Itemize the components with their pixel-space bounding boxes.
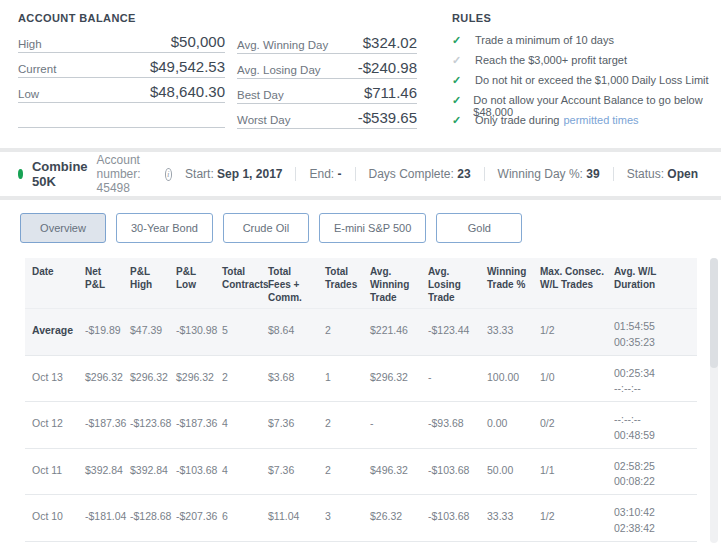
info-icon[interactable]: i — [165, 168, 172, 181]
table-row: Oct 12-$187.36-$123.68-$187.364$7.362--$… — [25, 402, 697, 449]
cell-value: -$103.68 — [421, 495, 480, 542]
cell-value: 0.00 — [480, 402, 533, 449]
cell-value: -$129.79 — [78, 541, 123, 549]
rules-title: RULES — [452, 12, 713, 24]
check-icon: ✓ — [452, 94, 464, 107]
duration-value: --:--:-- — [614, 381, 695, 397]
status-item: Winning Day %: 39 — [484, 167, 613, 181]
check-icon: ✓ — [452, 114, 466, 127]
column-header: Winning Trade % — [480, 258, 533, 309]
table-row: Oct 13$296.32$296.32$296.322$3.681$296.3… — [25, 355, 697, 402]
cell-value: 2 — [215, 355, 261, 402]
cell-value: 33.33 — [480, 309, 533, 356]
status-item-value: Sep 1, 2017 — [217, 167, 282, 181]
balance-value: $50,000 — [171, 33, 225, 50]
cell-value: $392.84 — [78, 448, 123, 495]
cell-duration: 03:10:4202:38:42 — [607, 495, 697, 542]
permitted-times-link[interactable]: permitted times — [563, 114, 638, 126]
cell-duration: 02:58:2100:37:40 — [607, 541, 697, 549]
daily-performance-table: DateNet P&LP&L HighP&L LowTotal Contract… — [25, 258, 697, 549]
cell-value: 1/2 — [533, 495, 607, 542]
cell-value: -$93.68 — [421, 402, 480, 449]
cell-value: $3.68 — [261, 355, 318, 402]
cell-value: 33.33 — [480, 541, 533, 549]
column-header: P&L High — [123, 258, 169, 309]
column-header: Total Contracts — [215, 258, 261, 309]
cell-value: 2 — [318, 448, 363, 495]
status-item: End: - — [295, 167, 354, 181]
column-header: Net P&L — [78, 258, 123, 309]
cell-value: $7.36 — [261, 448, 318, 495]
rule-text: Trade a minimum of 10 days — [475, 34, 614, 46]
cell-value: $296.32 — [123, 355, 169, 402]
column-header: Total Fees + Comm. — [261, 258, 318, 309]
duration-value: --:--:-- — [614, 412, 695, 428]
day-stat-value: $711.46 — [364, 84, 417, 101]
tab-gold[interactable]: Gold — [436, 213, 522, 243]
day-stats-panel: Avg. Winning Day$324.02Avg. Losing Day-$… — [237, 12, 417, 148]
balance-row — [18, 103, 225, 128]
check-icon: ✓ — [452, 54, 466, 67]
cell-value: $296.32 — [363, 355, 421, 402]
duration-value: 02:38:42 — [614, 521, 695, 537]
row-date: Oct 10 — [25, 495, 78, 542]
cell-value: 3 — [318, 541, 363, 549]
column-header: Max. Consec. W/L Trades — [533, 258, 607, 309]
cell-value: $221.46 — [363, 309, 421, 356]
rule-text: Only trade during — [475, 114, 559, 126]
cell-value: $392.84 — [123, 448, 169, 495]
day-stat-label: Avg. Losing Day — [237, 64, 321, 76]
balance-row: High$50,000 — [18, 28, 225, 53]
row-date: Average — [25, 309, 78, 356]
cell-value: 4 — [215, 448, 261, 495]
tab-30-year-bond[interactable]: 30-Year Bond — [116, 213, 213, 243]
account-balance-panel: ACCOUNT BALANCE High$50,000Current$49,54… — [18, 12, 225, 148]
duration-value: 02:58:25 — [614, 459, 695, 475]
cell-value: 6 — [215, 541, 261, 549]
cell-value: -$187.36 — [78, 402, 123, 449]
account-number-label: Account number: 45498 — [97, 153, 160, 195]
cell-value: 33.33 — [480, 495, 533, 542]
rule-item: ✓Do not allow your Account Balance to go… — [452, 94, 713, 114]
balance-value: $48,640.30 — [150, 83, 225, 100]
cell-value: 1 — [318, 355, 363, 402]
cell-value: 1/2 — [533, 541, 607, 549]
scrollbar-thumb[interactable] — [710, 258, 718, 368]
duration-value: 01:54:55 — [614, 319, 695, 335]
cell-value: 0/2 — [533, 402, 607, 449]
column-header: Date — [25, 258, 78, 309]
table-row: Average-$19.89$47.39-$130.985$8.642$221.… — [25, 309, 697, 356]
balance-label: High — [18, 38, 42, 50]
day-stat-row: Avg. Winning Day$324.02 — [237, 29, 417, 54]
balance-label: Current — [18, 63, 56, 75]
table-row: Oct 6-$129.79-$129.79-$313.816$11.043$18… — [25, 541, 697, 549]
rule-text: Reach the $3,000+ profit target — [475, 54, 627, 66]
day-stats-rows: Avg. Winning Day$324.02Avg. Losing Day-$… — [237, 29, 417, 129]
tab-crude-oil[interactable]: Crude Oil — [223, 213, 309, 243]
tab-overview[interactable]: Overview — [20, 213, 106, 243]
cell-value: $496.32 — [363, 448, 421, 495]
status-item-value: 23 — [457, 167, 470, 181]
cell-value: -$103.68 — [421, 448, 480, 495]
row-date: Oct 11 — [25, 448, 78, 495]
duration-value: 03:10:42 — [614, 505, 695, 521]
cell-value: -$103.68 — [169, 448, 215, 495]
account-summary-section: ACCOUNT BALANCE High$50,000Current$49,54… — [0, 0, 721, 148]
rule-item: ✓Do not hit or exceed the $1,000 Daily L… — [452, 74, 713, 94]
plan-name: Combine 50K — [32, 159, 88, 189]
account-balance-title: ACCOUNT BALANCE — [18, 12, 225, 24]
table-row: Oct 11$392.84$392.84-$103.684$7.362$496.… — [25, 448, 697, 495]
vertical-scrollbar[interactable] — [710, 258, 718, 543]
day-stat-row: Avg. Losing Day-$240.98 — [237, 54, 417, 79]
day-stat-value: $324.02 — [363, 34, 417, 51]
day-stat-label: Best Day — [237, 89, 284, 101]
status-item-label: Winning Day %: — [498, 167, 587, 181]
tab-e-mini-s-p-500[interactable]: E-mini S&P 500 — [319, 213, 426, 243]
status-item: Status: Open — [613, 167, 711, 181]
account-active-dot — [18, 169, 23, 179]
table-header-row: DateNet P&LP&L HighP&L LowTotal Contract… — [25, 258, 697, 309]
check-icon: ✓ — [452, 74, 466, 87]
cell-value: 2 — [318, 309, 363, 356]
day-stat-row: Best Day$711.46 — [237, 79, 417, 104]
cell-value: -$187.36 — [169, 402, 215, 449]
